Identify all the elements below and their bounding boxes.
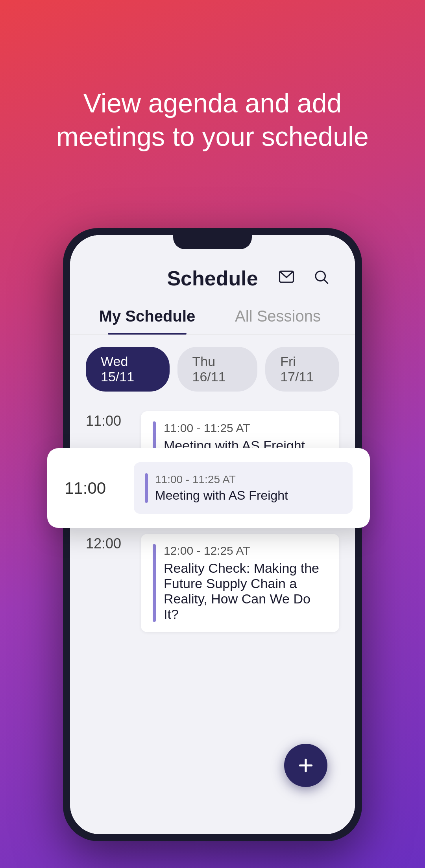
search-icon[interactable] <box>311 267 331 287</box>
tab-all-sessions[interactable]: All Sessions <box>213 298 343 335</box>
hero-text: View agenda and add meetings to your sch… <box>0 86 425 153</box>
phone-wrapper: Schedule <box>63 228 362 841</box>
time-label-11: 11:00 <box>86 411 141 429</box>
event-card-2[interactable]: 12:00 - 12:25 AT Reality Check: Making t… <box>141 534 339 632</box>
phone-frame: Schedule <box>63 228 362 841</box>
floating-time-label: 11:00 <box>65 479 120 498</box>
app-content: Schedule <box>70 235 355 834</box>
event-bar-2 <box>153 544 156 622</box>
date-pill-wed[interactable]: Wed 15/11 <box>86 347 170 392</box>
event-time-2: 12:00 - 12:25 AT <box>164 544 327 557</box>
date-pill-thu[interactable]: Thu 16/11 <box>177 347 258 392</box>
svg-point-1 <box>316 271 325 281</box>
phone-notch <box>173 235 252 249</box>
header-icons <box>276 267 331 287</box>
tab-my-schedule[interactable]: My Schedule <box>82 298 213 335</box>
time-row-12: 12:00 12:00 - 12:25 AT Reality Check: Ma… <box>70 526 355 644</box>
phone-screen: Schedule <box>70 235 355 834</box>
date-pill-fri[interactable]: Fri 17/11 <box>265 347 339 392</box>
svg-line-2 <box>324 280 328 284</box>
mail-icon[interactable] <box>276 267 297 287</box>
floating-event-card[interactable]: 11:00 11:00 - 11:25 AT Meeting with AS F… <box>47 448 370 528</box>
date-pills: Wed 15/11 Thu 16/11 Fri 17/11 <box>70 335 355 403</box>
floating-event-bar <box>145 473 148 503</box>
floating-inner-card: 11:00 - 11:25 AT Meeting with AS Freight <box>134 462 353 514</box>
floating-event-details: 11:00 - 11:25 AT Meeting with AS Freight <box>155 473 342 503</box>
floating-event-time: 11:00 - 11:25 AT <box>155 473 342 486</box>
add-session-fab[interactable] <box>284 744 327 787</box>
event-time-1: 11:00 - 11:25 AT <box>164 421 327 435</box>
time-label-12: 12:00 <box>86 534 141 552</box>
schedule-title: Schedule <box>167 267 258 290</box>
event-details-2: 12:00 - 12:25 AT Reality Check: Making t… <box>164 544 327 622</box>
event-title-2: Reality Check: Making the Future Supply … <box>164 561 327 622</box>
tabs-container: My Schedule All Sessions <box>70 298 355 335</box>
floating-event-title: Meeting with AS Freight <box>155 488 342 503</box>
